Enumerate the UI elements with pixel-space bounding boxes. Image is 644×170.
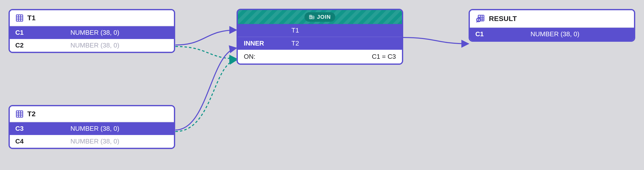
svg-line-21 (477, 21, 478, 22)
column-type: NUMBER (38, 0) (70, 138, 168, 145)
join-row-left: INNER (244, 40, 291, 47)
column-name: C3 (15, 125, 70, 132)
edge-t2-to-on (175, 60, 237, 132)
table-header[interactable]: T2 (10, 106, 174, 122)
table-icon (15, 14, 24, 22)
join-body: T1 INNER T2 (238, 24, 402, 50)
column-type: NUMBER (38, 0) (70, 42, 168, 49)
join-row-center: T1 (291, 26, 396, 34)
join-on-condition: C1 = C3 (372, 53, 396, 60)
column-type: NUMBER (38, 0) (70, 125, 168, 132)
column-name: C1 (475, 30, 530, 38)
column-row[interactable]: C4 NUMBER (38, 0) (10, 135, 174, 148)
column-row[interactable]: C2 NUMBER (38, 0) (10, 39, 174, 52)
edge-join-to-result (403, 38, 469, 44)
column-type: NUMBER (38, 0) (70, 29, 168, 36)
join-row-t2[interactable]: INNER T2 (238, 37, 402, 50)
result-icon (475, 14, 485, 24)
column-row[interactable]: C1 NUMBER (38, 0) (10, 26, 174, 39)
edge-t1-to-join (175, 30, 237, 45)
join-node[interactable]: JOIN T1 INNER T2 ON: C1 = C3 (237, 9, 403, 65)
column-row[interactable]: C3 NUMBER (38, 0) (10, 122, 174, 135)
table-node-t2[interactable]: T2 C3 NUMBER (38, 0) C4 NUMBER (38, 0) (9, 105, 175, 149)
svg-rect-0 (16, 15, 23, 21)
edge-t1-to-on (175, 46, 237, 59)
column-type: NUMBER (38, 0) (530, 30, 628, 38)
result-node[interactable]: RESULT C1 NUMBER (38, 0) (469, 9, 635, 42)
table-title: T1 (27, 14, 36, 22)
join-header[interactable]: JOIN (238, 10, 402, 24)
column-name: C1 (15, 29, 70, 36)
join-icon (309, 14, 314, 20)
column-row[interactable]: C1 NUMBER (38, 0) (470, 28, 634, 40)
column-name: C4 (15, 138, 70, 145)
edge-t2-to-join (175, 48, 237, 130)
join-row-t1[interactable]: T1 (238, 24, 402, 37)
table-node-t1[interactable]: T1 C1 NUMBER (38, 0) C2 NUMBER (38, 0) (9, 9, 175, 53)
column-name: C2 (15, 42, 70, 49)
result-title: RESULT (489, 15, 517, 23)
join-on-label: ON: (244, 53, 291, 60)
table-header[interactable]: T1 (10, 10, 174, 26)
join-badge: JOIN (304, 12, 335, 22)
table-title: T2 (27, 110, 36, 118)
join-badge-label: JOIN (317, 14, 331, 20)
join-on-row[interactable]: ON: C1 = C3 (238, 50, 402, 64)
table-icon (15, 110, 24, 118)
join-row-center: T2 (291, 40, 396, 47)
result-header[interactable]: RESULT (470, 10, 634, 28)
svg-rect-5 (16, 111, 23, 117)
